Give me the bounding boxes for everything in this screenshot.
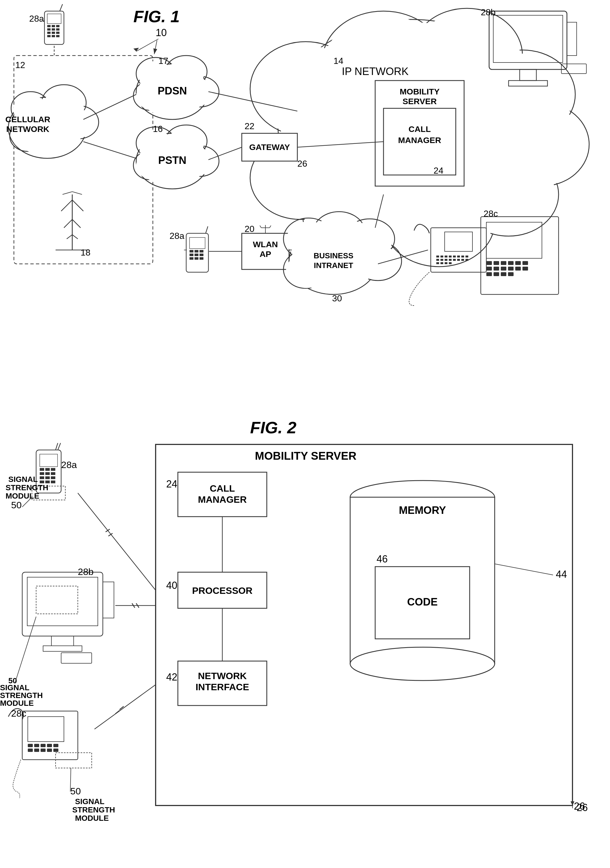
svg-rect-15 xyxy=(56,35,59,37)
svg-rect-134 xyxy=(461,259,464,261)
svg-rect-143 xyxy=(494,261,499,265)
svg-line-30 xyxy=(61,200,72,211)
svg-rect-13 xyxy=(47,35,51,37)
svg-line-86 xyxy=(270,226,271,228)
cellular-network-label: CELLULAR xyxy=(5,115,50,124)
ref-28a-bot: 28a xyxy=(169,231,185,241)
svg-rect-125 xyxy=(457,256,460,257)
svg-rect-206 xyxy=(43,646,82,651)
svg-rect-108 xyxy=(194,250,199,253)
svg-point-57 xyxy=(183,149,216,175)
svg-rect-133 xyxy=(457,259,460,261)
svg-rect-156 xyxy=(501,272,506,276)
svg-rect-190 xyxy=(45,476,50,479)
ref-18: 18 xyxy=(81,248,91,257)
svg-rect-205 xyxy=(51,636,74,646)
svg-rect-123 xyxy=(449,256,452,257)
svg-rect-208 xyxy=(103,582,114,618)
svg-line-31 xyxy=(72,200,83,211)
svg-rect-10 xyxy=(47,32,51,34)
network-interface-label2: INTERFACE xyxy=(196,682,249,692)
svg-line-32 xyxy=(64,219,72,228)
svg-rect-183 xyxy=(40,468,44,471)
svg-rect-115 xyxy=(200,257,203,260)
svg-rect-220 xyxy=(28,749,33,752)
svg-rect-126 xyxy=(461,256,464,257)
page: FIG. 1 10 28a 12 xyxy=(0,0,610,868)
svg-line-228 xyxy=(115,710,120,714)
svg-rect-223 xyxy=(47,749,52,752)
svg-rect-109 xyxy=(200,250,203,253)
svg-line-195 xyxy=(58,443,61,450)
ref-28b-fig2: 28b xyxy=(78,566,94,577)
cellular-network-label2: NETWORK xyxy=(6,124,50,133)
svg-rect-136 xyxy=(436,262,439,264)
ref-50-3: 50 xyxy=(70,786,81,796)
svg-rect-219 xyxy=(53,744,58,747)
svg-rect-4 xyxy=(47,25,51,27)
fig2-diagram: FIG. 2 MOBILITY SERVER 26 CALL MANAGER 2… xyxy=(0,411,610,868)
svg-line-37 xyxy=(62,192,72,194)
ref-12: 12 xyxy=(15,60,25,70)
signal-strength-label-3a: SIGNAL xyxy=(75,797,104,806)
svg-line-35 xyxy=(72,235,78,239)
network-interface-label: NETWORK xyxy=(198,671,247,681)
signal-strength-label-3b: STRENGTH xyxy=(72,806,115,814)
signal-strength-label-2c: STRENGTH xyxy=(0,691,43,700)
svg-rect-182 xyxy=(40,454,57,467)
svg-rect-189 xyxy=(40,476,44,479)
svg-rect-145 xyxy=(508,261,514,265)
svg-rect-113 xyxy=(189,257,193,260)
svg-line-34 xyxy=(67,235,72,239)
svg-marker-1 xyxy=(133,48,139,51)
svg-rect-151 xyxy=(508,267,514,271)
svg-rect-124 xyxy=(453,256,456,257)
svg-rect-18 xyxy=(14,56,153,264)
ref-28c-fig2: 28c xyxy=(11,708,26,719)
svg-line-33 xyxy=(72,219,81,228)
svg-rect-221 xyxy=(34,749,39,752)
gateway-label: GATEWAY xyxy=(249,143,290,152)
svg-rect-9 xyxy=(56,28,59,31)
svg-rect-147 xyxy=(523,261,528,265)
svg-point-97 xyxy=(356,245,399,280)
svg-rect-203 xyxy=(27,577,98,626)
svg-rect-154 xyxy=(486,272,492,276)
svg-rect-114 xyxy=(194,257,199,260)
svg-rect-216 xyxy=(34,744,39,747)
pstn-label: PSTN xyxy=(158,155,186,166)
svg-rect-193 xyxy=(45,480,50,483)
ref-28b: 28b xyxy=(481,7,495,17)
business-intranet-label2: INTRANET xyxy=(314,261,353,270)
svg-rect-112 xyxy=(200,254,203,256)
ref-42: 42 xyxy=(166,671,177,683)
signal-strength-label-2d: MODULE xyxy=(0,699,34,707)
svg-rect-153 xyxy=(523,267,528,271)
svg-rect-7 xyxy=(47,28,51,31)
svg-line-162 xyxy=(208,147,242,160)
svg-rect-135 xyxy=(466,259,468,261)
ref-24: 24 xyxy=(433,166,444,175)
svg-line-196 xyxy=(56,443,58,450)
svg-rect-207 xyxy=(61,653,92,663)
svg-line-160 xyxy=(83,142,136,158)
svg-rect-204 xyxy=(36,586,78,614)
svg-rect-202 xyxy=(22,572,103,636)
ref-50-1: 50 xyxy=(11,500,22,510)
mobility-server-title: MOBILITY SERVER xyxy=(255,450,356,462)
call-manager-label2: MANAGER xyxy=(398,136,441,145)
memory-label: MEMORY xyxy=(399,504,446,516)
svg-rect-103 xyxy=(567,22,577,56)
svg-rect-138 xyxy=(445,262,447,264)
ref-30: 30 xyxy=(332,293,342,303)
ref-28c: 28c xyxy=(484,209,498,219)
signal-strength-label-1c: MODULE xyxy=(6,491,39,500)
fig1-ref10: 10 xyxy=(156,27,167,38)
svg-rect-148 xyxy=(486,267,492,271)
processor-label: PROCESSOR xyxy=(192,585,252,596)
ref-22: 22 xyxy=(245,121,255,131)
svg-rect-137 xyxy=(441,262,443,264)
svg-rect-127 xyxy=(466,256,468,257)
svg-rect-149 xyxy=(494,267,499,271)
svg-rect-110 xyxy=(189,254,193,256)
